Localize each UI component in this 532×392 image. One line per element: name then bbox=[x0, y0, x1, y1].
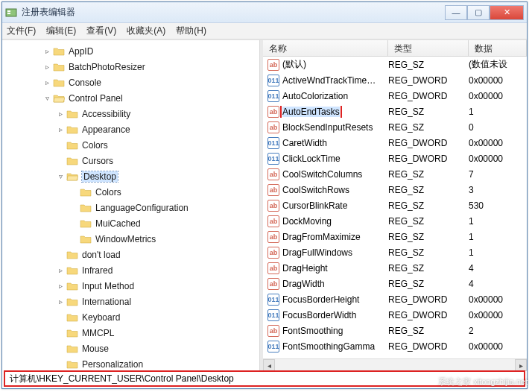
menu-favorites[interactable]: 收藏夹(A) bbox=[127, 25, 165, 37]
value-row[interactable]: ab DragFullWindows REG_SZ 1 bbox=[263, 244, 527, 260]
value-name: DragFullWindows bbox=[282, 247, 352, 258]
registry-tree[interactable]: ▹ AppID▹ BatchPhotoResizer▹ Console▿ Con… bbox=[2, 40, 260, 370]
dword-value-icon: 011 bbox=[267, 90, 279, 102]
value-name: BlockSendInputResets bbox=[282, 122, 373, 133]
maximize-button[interactable]: ▢ bbox=[467, 5, 490, 20]
value-data: (数值未设 bbox=[469, 58, 527, 71]
folder-icon bbox=[80, 187, 92, 197]
value-row[interactable]: ab CursorBlinkRate REG_SZ 530 bbox=[263, 197, 527, 213]
tree-node[interactable]: don't load bbox=[2, 247, 259, 262]
value-row[interactable]: ab DragWidth REG_SZ 4 bbox=[263, 276, 527, 291]
menu-edit[interactable]: 编辑(E) bbox=[46, 25, 76, 37]
horizontal-scrollbar[interactable]: ◂ ▸ bbox=[263, 358, 527, 370]
tree-node[interactable]: MMCPL bbox=[2, 325, 259, 341]
tree-node[interactable]: Keyboard bbox=[2, 309, 259, 325]
folder-icon bbox=[66, 297, 78, 307]
expand-toggle[interactable]: ▹ bbox=[42, 78, 51, 86]
expand-toggle[interactable]: ▹ bbox=[56, 266, 65, 274]
expand-toggle[interactable]: ▿ bbox=[56, 172, 65, 180]
tree-node[interactable]: ▿ Control Panel bbox=[2, 90, 259, 106]
value-type: REG_DWORD bbox=[388, 138, 469, 148]
tree-node[interactable]: MuiCached bbox=[2, 215, 259, 231]
list-body[interactable]: ab (默认) REG_SZ (数值未设 011 ActiveWndTrackT… bbox=[263, 57, 527, 358]
col-header-type[interactable]: 类型 bbox=[388, 40, 469, 56]
expand-toggle[interactable]: ▹ bbox=[42, 47, 51, 55]
titlebar[interactable]: 注册表编辑器 — ▢ ✕ bbox=[2, 2, 527, 23]
tree-node[interactable]: ▹ Input Method bbox=[2, 278, 259, 294]
value-row[interactable]: ab FontSmoothing REG_SZ 2 bbox=[263, 323, 527, 338]
tree-node[interactable]: Colors bbox=[2, 137, 259, 153]
value-row[interactable]: 011 AutoColorization REG_DWORD 0x00000 bbox=[263, 88, 527, 104]
value-data: 7 bbox=[469, 169, 527, 180]
folder-icon bbox=[53, 78, 65, 88]
tree-node[interactable]: Personalization bbox=[2, 356, 259, 370]
value-row[interactable]: ab DockMoving REG_SZ 1 bbox=[263, 213, 527, 229]
value-row[interactable]: 011 FontSmoothingGamma REG_DWORD 0x00000 bbox=[263, 338, 527, 354]
value-name: DragHeight bbox=[282, 263, 328, 274]
tree-node[interactable]: ▹ Console bbox=[2, 75, 259, 90]
value-type: REG_DWORD bbox=[388, 75, 469, 86]
tree-node[interactable]: ▹ BatchPhotoResizer bbox=[2, 59, 259, 75]
folder-icon bbox=[80, 218, 92, 229]
value-row[interactable]: 011 FocusBorderWidth REG_DWORD 0x00000 bbox=[263, 307, 527, 323]
tree-node[interactable]: Cursors bbox=[2, 153, 259, 168]
tree-node[interactable]: Mouse bbox=[2, 341, 259, 356]
minimize-button[interactable]: — bbox=[445, 5, 467, 20]
tree-node[interactable]: LanguageConfiguration bbox=[2, 200, 259, 215]
value-row[interactable]: 011 FocusBorderHeight REG_DWORD 0x00000 bbox=[263, 291, 527, 307]
tree-node[interactable]: ▿ Desktop bbox=[2, 168, 259, 184]
tree-node[interactable]: ▹ Appearance bbox=[2, 121, 259, 137]
scroll-left-button[interactable]: ◂ bbox=[263, 359, 275, 371]
tree-node[interactable]: WindowMetrics bbox=[2, 231, 259, 247]
expand-toggle[interactable]: ▿ bbox=[42, 94, 51, 102]
value-name: DragWidth bbox=[282, 279, 325, 289]
tree-node-label: Infrared bbox=[82, 265, 113, 276]
value-type: REG_DWORD bbox=[388, 154, 469, 164]
value-name: CoolSwitchRows bbox=[282, 185, 349, 195]
dword-value-icon: 011 bbox=[267, 153, 279, 165]
tree-node[interactable]: Colors bbox=[2, 184, 259, 200]
value-row[interactable]: 011 ClickLockTime REG_DWORD 0x00000 bbox=[263, 151, 527, 166]
scroll-right-button[interactable]: ▸ bbox=[515, 359, 527, 371]
window-buttons: — ▢ ✕ bbox=[445, 5, 524, 20]
string-value-icon: ab bbox=[267, 231, 279, 243]
expand-toggle[interactable]: ▹ bbox=[56, 282, 65, 290]
expand-toggle[interactable]: ▹ bbox=[56, 297, 65, 306]
tree-node-label: don't load bbox=[82, 250, 121, 260]
menu-view[interactable]: 查看(V) bbox=[86, 25, 116, 37]
tree-node[interactable]: ▹ AppID bbox=[2, 43, 259, 59]
tree-node-label: Desktop bbox=[82, 171, 118, 182]
value-row[interactable]: 011 CaretWidth REG_DWORD 0x00000 bbox=[263, 135, 527, 151]
value-row[interactable]: ab DragHeight REG_SZ 4 bbox=[263, 260, 527, 276]
value-data: 0x00000 bbox=[469, 294, 527, 305]
expand-toggle[interactable]: ▹ bbox=[56, 110, 65, 118]
value-type: REG_DWORD bbox=[388, 341, 469, 352]
values-list: 名称 类型 数据 ab (默认) REG_SZ (数值未设 011 Active… bbox=[263, 40, 527, 370]
value-row[interactable]: ab CoolSwitchRows REG_SZ 3 bbox=[263, 182, 527, 197]
tree-node[interactable]: ▹ International bbox=[2, 294, 259, 309]
expand-toggle[interactable]: ▹ bbox=[42, 63, 51, 71]
expand-toggle[interactable]: ▹ bbox=[56, 125, 65, 133]
value-row[interactable]: 011 ActiveWndTrackTime… REG_DWORD 0x0000… bbox=[263, 72, 527, 88]
col-header-name[interactable]: 名称 bbox=[263, 40, 388, 56]
tree-node-label: Input Method bbox=[82, 281, 134, 291]
tree-node-label: Appearance bbox=[82, 124, 130, 135]
col-header-data[interactable]: 数据 bbox=[469, 40, 527, 56]
value-row[interactable]: ab CoolSwitchColumns REG_SZ 7 bbox=[263, 166, 527, 182]
folder-icon bbox=[53, 46, 65, 57]
folder-icon bbox=[66, 109, 78, 119]
value-row[interactable]: ab AutoEndTasks REG_SZ 1 bbox=[263, 104, 527, 119]
value-name: FontSmoothingGamma bbox=[282, 341, 375, 352]
menu-file[interactable]: 文件(F) bbox=[7, 25, 36, 37]
value-row[interactable]: ab BlockSendInputResets REG_SZ 0 bbox=[263, 119, 527, 135]
close-button[interactable]: ✕ bbox=[490, 5, 524, 20]
value-row[interactable]: ab (默认) REG_SZ (数值未设 bbox=[263, 57, 527, 72]
value-type: REG_SZ bbox=[388, 185, 469, 195]
tree-node[interactable]: ▹ Infrared bbox=[2, 262, 259, 278]
scroll-track[interactable] bbox=[275, 359, 515, 370]
folder-icon bbox=[66, 156, 78, 166]
tree-node[interactable]: ▹ Accessibility bbox=[2, 106, 259, 121]
menu-help[interactable]: 帮助(H) bbox=[176, 25, 206, 37]
value-type: REG_SZ bbox=[388, 60, 469, 70]
value-row[interactable]: ab DragFromMaximize REG_SZ 1 bbox=[263, 229, 527, 244]
